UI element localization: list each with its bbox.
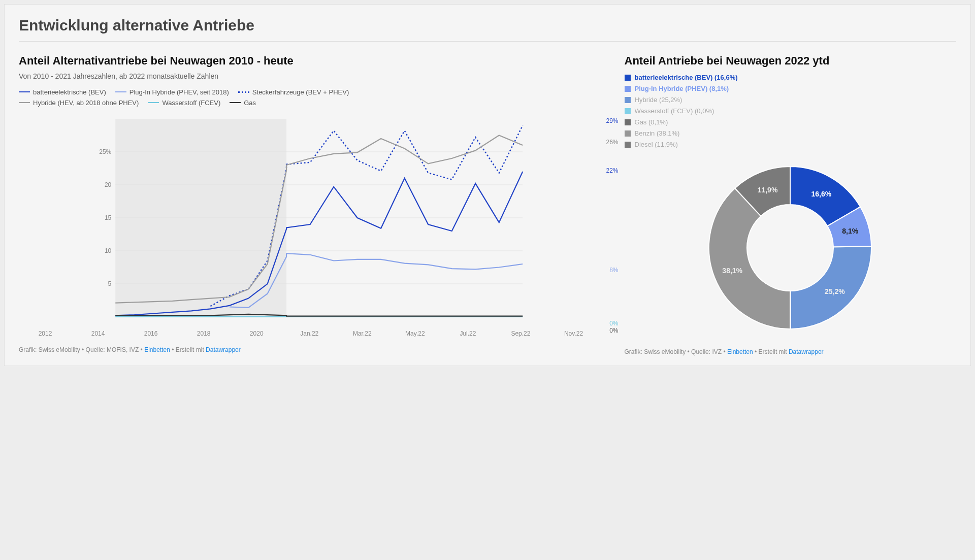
slice-label: 16,6% xyxy=(811,190,831,198)
line-chart-svg: 510152025% xyxy=(19,114,600,327)
svg-text:10: 10 xyxy=(105,247,112,254)
divider xyxy=(19,41,956,42)
end-label-hev: 26% xyxy=(606,139,618,146)
line-legend-row2: Hybride (HEV, ab 2018 ohne PHEV) Wassers… xyxy=(19,99,600,107)
svg-text:5: 5 xyxy=(108,280,112,287)
donut-chart: 16,6%8,1%25,2%38,1%11,9% xyxy=(699,156,882,339)
line-chart-panel: Anteil Alternativantriebe bei Neuwagen 2… xyxy=(19,54,600,355)
legend-bev: batterieelektrische (BEV) xyxy=(33,88,106,96)
donut-svg xyxy=(699,156,882,339)
line-chart-footer: Grafik: Swiss eMobility • Quelle: MOFIS,… xyxy=(19,346,600,353)
end-label-fcev: 0% xyxy=(609,320,618,327)
donut-legend-item: batterieelektrische (BEV) (16,6%) xyxy=(625,72,956,83)
line-chart-subtitle: Von 2010 - 2021 Jahreszahlen, ab 2022 mo… xyxy=(19,72,600,80)
end-label-plug: 29% xyxy=(606,117,618,124)
slice-label: 25,2% xyxy=(825,287,845,295)
donut-legend-item: Gas (0,1%) xyxy=(625,117,956,128)
svg-text:20: 20 xyxy=(105,181,112,188)
donut-chart-panel: Anteil Antriebe bei Neuwagen 2022 ytd ba… xyxy=(625,54,956,355)
legend-phev: Plug-In Hybride (PHEV, seit 2018) xyxy=(129,88,229,96)
donut-legend-item: Hybride (25,2%) xyxy=(625,94,956,106)
line-chart-title: Anteil Alternativantriebe bei Neuwagen 2… xyxy=(19,54,600,68)
end-label-bev: 22% xyxy=(606,167,618,174)
donut-footer: Grafik: Swiss eMobility • Quelle: IVZ • … xyxy=(625,348,956,355)
dashboard-panel: Entwicklung alternative Antriebe Anteil … xyxy=(4,4,971,366)
end-label-gas: 0% xyxy=(609,327,618,334)
slice-label: 8,1% xyxy=(842,227,858,235)
donut-legend-item: Wasserstoff (FCEV) (0,0%) xyxy=(625,106,956,117)
legend-hev: Hybride (HEV, ab 2018 ohne PHEV) xyxy=(33,99,139,107)
datawrapper-link[interactable]: Datawrapper xyxy=(206,346,241,353)
svg-text:15: 15 xyxy=(105,214,112,221)
embed-link[interactable]: Einbetten xyxy=(144,346,170,353)
donut-legend-item: Plug-In Hybride (PHEV) (8,1%) xyxy=(625,83,956,94)
embed-link-2[interactable]: Einbetten xyxy=(727,348,753,355)
donut-legend-item: Diesel (11,9%) xyxy=(625,139,956,150)
line-legend-row1: batterieelektrische (BEV) Plug-In Hybrid… xyxy=(19,88,600,96)
x-axis: 20122014201620182020Jan.22Mar.22May.22Ju… xyxy=(19,330,600,337)
legend-plug: Steckerfahrzeuge (BEV + PHEV) xyxy=(252,88,349,96)
svg-text:25%: 25% xyxy=(99,148,111,155)
page-title: Entwicklung alternative Antriebe xyxy=(19,17,956,34)
donut-legend: batterieelektrische (BEV) (16,6%)Plug-In… xyxy=(625,72,956,151)
slice-label: 11,9% xyxy=(758,186,778,194)
donut-legend-item: Benzin (38,1%) xyxy=(625,128,956,139)
datawrapper-link-2[interactable]: Datawrapper xyxy=(789,348,824,355)
legend-fcev: Wasserstoff (FCEV) xyxy=(162,99,220,107)
donut-title: Anteil Antriebe bei Neuwagen 2022 ytd xyxy=(625,54,956,68)
slice-label: 38,1% xyxy=(722,267,742,275)
legend-gas: Gas xyxy=(244,99,256,107)
end-label-phev: 8% xyxy=(609,267,618,274)
line-chart: 510152025% 29%26%22%8%0%0% xyxy=(19,114,600,327)
